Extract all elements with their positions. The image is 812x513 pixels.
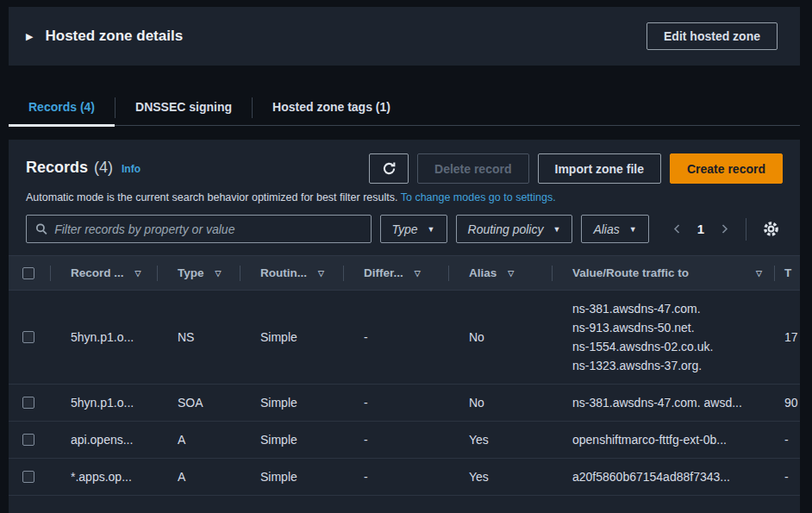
tab-dnssec-label: DNSSEC signing — [135, 100, 232, 114]
records-panel: Records (4) Info Delete record Import zo… — [9, 140, 800, 513]
column-header-differentiator[interactable]: Differ... ▽ — [343, 256, 448, 290]
record-name-cell: api.opens... — [50, 422, 157, 458]
info-link[interactable]: Info — [122, 163, 141, 175]
alias-cell: Yes — [448, 422, 552, 458]
tab-dnssec-signing[interactable]: DNSSEC signing — [116, 91, 252, 125]
column-header-value[interactable]: Value/Route traffic to ▽ — [552, 256, 774, 290]
chevron-left-icon — [671, 223, 683, 235]
sort-icon: ▽ — [415, 269, 421, 278]
page: ▶ Hosted zone details Edit hosted zone R… — [0, 0, 812, 513]
gear-icon — [762, 220, 780, 238]
tabs-row: Records (4) DNSSEC signing Hosted zone t… — [9, 91, 800, 126]
routing-policy-filter-dropdown[interactable]: Routing policy ▼ — [456, 215, 573, 243]
search-mode-description: Automatic mode is the current search beh… — [26, 191, 783, 203]
table-row: 5hyn.p1.o... SOA Simple - No ns-381.awsd… — [9, 385, 800, 422]
alias-cell: Yes — [448, 459, 552, 495]
value-cell: ns-381.awsdns-47.com. awsd... — [552, 385, 774, 421]
row-checkbox[interactable] — [22, 397, 34, 409]
sort-icon: ▽ — [508, 269, 514, 278]
hosted-zone-details-expander[interactable]: ▶ Hosted zone details — [26, 28, 183, 45]
filter-records-input[interactable] — [54, 222, 361, 236]
alias-filter-dropdown[interactable]: Alias ▼ — [581, 215, 648, 243]
row-checkbox[interactable] — [22, 331, 34, 343]
table-row: *.apps.op... A Simple - Yes a20f5860b671… — [9, 459, 800, 496]
routing-policy-filter-label: Routing policy — [468, 222, 544, 236]
records-count: (4) — [94, 159, 113, 177]
differentiator-cell: - — [343, 459, 448, 495]
column-header-record-name[interactable]: Record ... ▽ — [50, 256, 157, 290]
column-header-alias[interactable]: Alias ▽ — [448, 256, 552, 290]
differentiator-cell: - — [343, 319, 448, 355]
row-checkbox[interactable] — [22, 471, 34, 483]
ttl-cell: 17 — [774, 319, 800, 355]
tab-records-label: Records (4) — [28, 100, 95, 114]
search-icon — [35, 222, 47, 235]
records-title: Records — [26, 159, 88, 177]
value-cell: ns-381.awsdns-47.com. ns-913.awsdns-50.n… — [552, 291, 774, 384]
delete-record-button[interactable]: Delete record — [417, 153, 528, 184]
import-zone-file-button[interactable]: Import zone file — [538, 153, 661, 184]
edit-hosted-zone-button[interactable]: Edit hosted zone — [646, 22, 778, 50]
sort-icon: ▽ — [135, 269, 141, 278]
sort-icon: ▽ — [318, 269, 324, 278]
create-record-button[interactable]: Create record — [670, 153, 783, 184]
records-panel-header: Records (4) Info Delete record Import zo… — [9, 140, 800, 203]
ttl-cell: 90 — [774, 385, 800, 421]
value-cell: a20f5860b67154ad88f7343... — [552, 459, 774, 495]
routing-policy-cell: Simple — [240, 459, 343, 495]
column-header-routing-policy[interactable]: Routin... ▽ — [240, 256, 343, 290]
type-filter-dropdown[interactable]: Type ▼ — [380, 215, 447, 243]
routing-policy-cell: Simple — [240, 319, 343, 355]
routing-policy-cell: Simple — [240, 422, 343, 458]
tab-records[interactable]: Records (4) — [9, 91, 115, 125]
table-row: api.opens... A Simple - Yes openshiftmar… — [9, 422, 800, 459]
search-box — [26, 215, 372, 243]
tab-tags-label: Hosted zone tags (1) — [272, 100, 390, 114]
alias-cell: No — [448, 319, 552, 355]
value-cell: openshiftmarco-fttfg-ext-0b... — [552, 422, 774, 458]
preferences-button[interactable] — [759, 217, 783, 241]
table-row: 5hyn.p1.o... NS Simple - No ns-381.awsdn… — [9, 291, 800, 385]
select-all-checkbox[interactable] — [22, 267, 34, 279]
record-name-cell: *.apps.op... — [50, 459, 157, 495]
pagination: 1 — [666, 217, 783, 241]
routing-policy-cell: Simple — [240, 385, 343, 421]
dropdown-arrow-icon: ▼ — [428, 225, 435, 234]
type-filter-label: Type — [392, 222, 418, 236]
records-table: Record ... ▽ Type ▽ Routin... ▽ Differ..… — [9, 255, 800, 496]
row-checkbox[interactable] — [22, 434, 34, 446]
differentiator-cell: - — [343, 422, 448, 458]
hosted-zone-details-card: ▶ Hosted zone details Edit hosted zone — [9, 7, 800, 66]
previous-page-button[interactable] — [666, 218, 689, 241]
column-header-type[interactable]: Type ▽ — [157, 256, 240, 290]
sort-icon: ▽ — [756, 269, 762, 278]
differentiator-cell: - — [343, 385, 448, 421]
record-type-cell: A — [157, 422, 240, 458]
filter-row: Type ▼ Routing policy ▼ Alias ▼ 1 — [9, 203, 800, 255]
change-modes-link[interactable]: To change modes go to settings. — [401, 191, 556, 203]
pagination-divider — [746, 218, 746, 241]
records-table-header: Record ... ▽ Type ▽ Routin... ▽ Differ..… — [9, 255, 800, 291]
record-type-cell: A — [157, 459, 240, 495]
alias-cell: No — [448, 385, 552, 421]
record-name-cell: 5hyn.p1.o... — [50, 319, 157, 355]
alias-filter-label: Alias — [593, 222, 619, 236]
column-header-ttl[interactable]: T — [774, 256, 800, 290]
expand-caret-icon: ▶ — [26, 32, 33, 41]
refresh-button[interactable] — [369, 153, 409, 184]
sort-icon: ▽ — [215, 269, 222, 278]
records-table-body: 5hyn.p1.o... NS Simple - No ns-381.awsdn… — [9, 291, 800, 496]
record-type-cell: SOA — [157, 385, 240, 421]
tab-hosted-zone-tags[interactable]: Hosted zone tags (1) — [253, 91, 410, 125]
ttl-cell: - — [774, 459, 800, 495]
ttl-cell: - — [774, 422, 800, 458]
chevron-right-icon — [719, 223, 730, 235]
next-page-button[interactable] — [713, 218, 735, 241]
hosted-zone-details-title: Hosted zone details — [45, 28, 183, 45]
dropdown-arrow-icon: ▼ — [629, 225, 637, 234]
current-page-number[interactable]: 1 — [692, 222, 709, 236]
record-type-cell: NS — [157, 319, 240, 355]
records-actions: Delete record Import zone file Create re… — [369, 153, 783, 184]
dropdown-arrow-icon: ▼ — [553, 225, 560, 234]
refresh-icon — [382, 161, 397, 176]
